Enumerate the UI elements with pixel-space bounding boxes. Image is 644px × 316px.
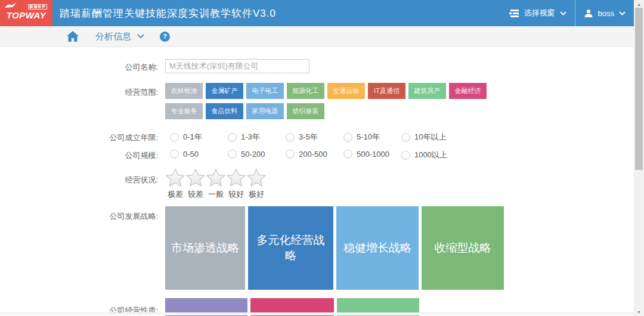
chevron-down-icon: [137, 34, 144, 39]
operating-status-row: 经营状况: 极差 较差 一般 较好 极好: [0, 168, 267, 200]
scrollbar-down-arrow-icon[interactable]: ▼: [634, 308, 644, 316]
nav-menu-label: 分析信息: [95, 31, 131, 42]
radio-circle[interactable]: [228, 150, 237, 159]
radio-label: 3-5年: [299, 132, 318, 142]
company-name-input[interactable]: [165, 59, 309, 73]
radio-circle[interactable]: [286, 133, 295, 142]
vertical-scrollbar[interactable]: ▲ ▼: [634, 0, 644, 316]
scope-tag[interactable]: 食品饮料: [206, 103, 243, 119]
operating-status-label: 经营状况:: [0, 168, 158, 185]
scope-tag[interactable]: 电子电工: [246, 83, 284, 99]
scope-tag[interactable]: 专业服务: [165, 103, 203, 119]
brand-subtext: 踏瑞软件: [28, 4, 47, 10]
star-icon[interactable]: [226, 168, 246, 188]
scope-tag[interactable]: 纺织服装: [287, 103, 324, 119]
bottom-edge-strip: [0, 312, 634, 315]
brand-text: TOPWAY: [7, 10, 47, 20]
user-dropdown[interactable]: boss: [575, 0, 634, 26]
star-icon[interactable]: [185, 168, 206, 188]
radio-size-0-50[interactable]: 0-50: [170, 150, 228, 159]
star-label: 一般: [206, 189, 226, 200]
radio-label: 1-3年: [241, 132, 260, 142]
home-button[interactable]: [67, 31, 79, 42]
view-selector-dropdown[interactable]: 选择视窗: [501, 0, 575, 26]
username-label: boss: [598, 9, 614, 18]
development-strategy-row: 公司发展战略: 市场渗透战略 多元化经营战略 稳健增长战略 收缩型战略: [0, 206, 507, 290]
scope-tag[interactable]: 能源化工: [287, 83, 324, 99]
star-icon[interactable]: [165, 168, 185, 188]
company-name-row: 公司名称:: [0, 59, 309, 73]
scope-tag[interactable]: 金属矿产: [206, 83, 243, 99]
radio-label: 10年以上: [414, 132, 446, 142]
business-scope-row1: 经营范围: 农林牧渔 金属矿产 电子电工 能源化工 交通运输 IT及通信 建筑房…: [0, 83, 490, 99]
business-scope-label: 经营范围:: [0, 83, 158, 98]
chevron-down-icon: [560, 11, 566, 16]
logo-inner: TOPWAY 踏瑞软件: [7, 7, 47, 20]
scrollbar-thumb[interactable]: [635, 8, 643, 170]
radio-age-10plus[interactable]: 10年以上: [401, 132, 459, 142]
home-icon: [67, 31, 79, 42]
strategy-block-steady-growth[interactable]: 稳健增长战略: [336, 206, 419, 290]
radio-size-50-200[interactable]: 50-200: [228, 150, 286, 159]
app-header: TOPWAY 踏瑞软件 踏瑞薪酬管理关键技能深度实训教学软件V3.0 选择视窗 …: [0, 0, 634, 26]
header-right: 选择视窗 boss: [501, 0, 634, 26]
app-title: 踏瑞薪酬管理关键技能深度实训教学软件V3.0: [60, 7, 276, 20]
view-list-icon: [509, 10, 519, 17]
scope-tag[interactable]: 农林牧渔: [165, 83, 203, 99]
user-icon: [584, 8, 593, 18]
chevron-down-icon: [619, 11, 626, 16]
development-strategy-label: 公司发展战略:: [0, 206, 158, 222]
radio-label: 1000以上: [414, 150, 447, 160]
scope-tag[interactable]: IT及通信: [368, 83, 405, 99]
company-age-row: 公司成立年限: 0-1年 1-3年 3-5年 5-10年 10年以上: [0, 132, 459, 143]
strategy-block-diversification[interactable]: 多元化经营战略: [248, 206, 333, 290]
star-rating: 极差 较差 一般 较好 极好: [165, 168, 267, 200]
radio-circle[interactable]: [286, 150, 295, 159]
star-label: 较好: [226, 189, 246, 200]
company-name-label: 公司名称:: [0, 59, 158, 73]
scope-tag[interactable]: 建筑房产: [408, 83, 446, 99]
star-label: 较差: [185, 189, 206, 200]
star-icon[interactable]: [206, 168, 226, 188]
nav-menu-analysis[interactable]: 分析信息: [95, 31, 144, 42]
radio-label: 50-200: [241, 150, 265, 159]
radio-circle[interactable]: [401, 133, 410, 142]
radio-age-0-1[interactable]: 0-1年: [170, 132, 228, 142]
company-size-label: 公司规模:: [0, 150, 158, 161]
star-label: 极好: [246, 189, 267, 200]
business-scope-row2: 专业服务 食品饮料 家用电器 纺织服装: [0, 103, 327, 119]
radio-age-1-3[interactable]: 1-3年: [228, 132, 286, 142]
radio-circle[interactable]: [343, 133, 352, 142]
company-age-label: 公司成立年限:: [0, 132, 158, 143]
wing-icon: [4, 2, 17, 8]
radio-circle[interactable]: [343, 150, 352, 159]
scope-tag[interactable]: 金融经济: [449, 83, 487, 99]
view-selector-label: 选择视窗: [524, 8, 555, 18]
scope-tag[interactable]: 家用电器: [246, 103, 284, 119]
radio-label: 0-50: [183, 150, 199, 159]
strategy-block-market-penetration[interactable]: 市场渗透战略: [165, 206, 245, 290]
radio-label: 200-500: [299, 150, 327, 159]
radio-label: 500-1000: [357, 150, 389, 159]
radio-circle[interactable]: [170, 133, 179, 142]
company-size-row: 公司规模: 0-50 50-200 200-500 500-1000 1000以…: [0, 150, 459, 161]
radio-size-1000plus[interactable]: 1000以上: [401, 150, 459, 160]
radio-age-3-5[interactable]: 3-5年: [286, 132, 343, 142]
secondary-navbar: 分析信息 ?: [0, 26, 634, 47]
star-icon[interactable]: [246, 168, 267, 188]
radio-size-500-1000[interactable]: 500-1000: [343, 150, 401, 159]
radio-circle[interactable]: [228, 133, 237, 142]
radio-label: 0-1年: [183, 132, 202, 142]
scrollbar-up-arrow-icon[interactable]: ▲: [634, 0, 644, 8]
topway-logo[interactable]: TOPWAY 踏瑞软件: [0, 0, 52, 26]
radio-circle[interactable]: [401, 151, 410, 160]
help-icon: ?: [163, 33, 167, 40]
radio-circle[interactable]: [170, 150, 179, 159]
strategy-block-retrenchment[interactable]: 收缩型战略: [422, 206, 504, 290]
star-label: 极差: [165, 189, 185, 200]
form-content: 公司名称: 经营范围: 农林牧渔 金属矿产 电子电工 能源化工 交通运输 IT及…: [0, 47, 634, 316]
radio-size-200-500[interactable]: 200-500: [286, 150, 343, 159]
scope-tag[interactable]: 交通运输: [327, 83, 365, 99]
help-button[interactable]: ?: [160, 32, 170, 42]
radio-age-5-10[interactable]: 5-10年: [343, 132, 401, 142]
